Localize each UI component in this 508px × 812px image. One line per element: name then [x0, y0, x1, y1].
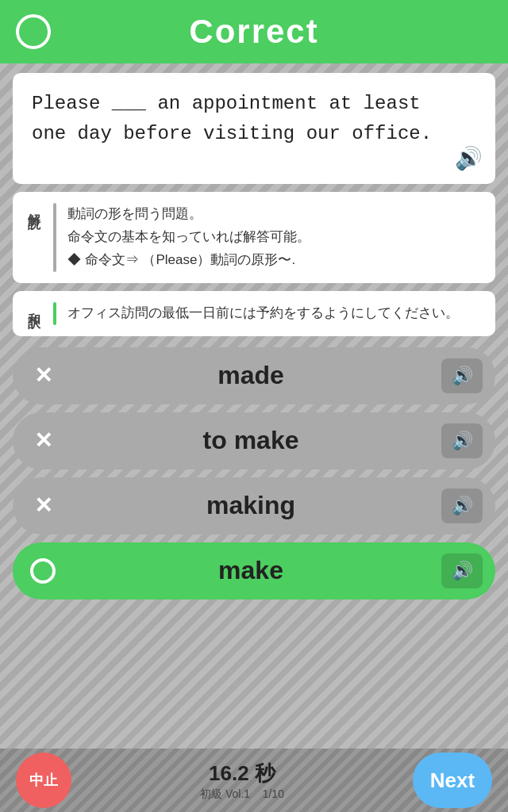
answers-list: ✕ made 🔊 ✕ to make 🔊 ✕: [13, 347, 495, 599]
wrong-icon-1: ✕: [25, 423, 60, 458]
explanation-card: 解説 動詞の形を問う問題。 命令文の基本を知っていれば解答可能。 ◆ 命令文⇒ …: [13, 192, 495, 283]
translation-label: 和訳: [25, 302, 42, 325]
footer: 中止 16.2 秒 初級 Vol.1 1/10 Next: [0, 749, 508, 812]
timer-unit: 秒: [255, 761, 275, 785]
level-label: 初級 Vol.1: [200, 787, 250, 800]
explanation-label: 解説: [25, 203, 42, 272]
wrong-icon-0: ✕: [25, 358, 60, 393]
explanation-bar: [53, 203, 56, 272]
answer-speaker-2[interactable]: 🔊: [441, 488, 483, 523]
page-title: Correct: [51, 13, 457, 51]
answer-button-3[interactable]: make 🔊: [13, 542, 495, 599]
progress-label: 1/10: [263, 787, 284, 800]
answer-button-0[interactable]: ✕ made 🔊: [13, 347, 495, 404]
answer-label-1: to make: [60, 426, 441, 455]
answer-button-1[interactable]: ✕ to make 🔊: [13, 412, 495, 469]
translation-card: 和訳 オフィス訪問の最低一日前には予約をするようにしてください。: [13, 291, 495, 336]
header: Correct: [0, 0, 508, 63]
next-button[interactable]: Next: [413, 753, 492, 808]
answer-label-0: made: [60, 361, 441, 390]
timer-value: 16.2: [209, 761, 249, 785]
question-speaker-icon[interactable]: 🔊: [455, 145, 483, 171]
stop-button[interactable]: 中止: [16, 753, 71, 808]
question-text: Please ___ an appointment at least one d…: [32, 89, 476, 150]
explanation-text: 動詞の形を問う問題。 命令文の基本を知っていれば解答可能。 ◆ 命令文⇒ （Pl…: [67, 203, 310, 272]
answer-button-2[interactable]: ✕ making 🔊: [13, 477, 495, 534]
answer-speaker-3[interactable]: 🔊: [441, 553, 483, 588]
footer-center: 16.2 秒 初級 Vol.1 1/10: [71, 760, 413, 802]
wrong-icon-2: ✕: [25, 488, 60, 523]
answer-speaker-0[interactable]: 🔊: [441, 358, 483, 393]
level-progress: 初級 Vol.1 1/10: [71, 787, 413, 802]
answer-label-3: make: [60, 556, 441, 585]
main-content: Please ___ an appointment at least one d…: [0, 63, 508, 749]
correct-icon-3: [25, 553, 60, 588]
answer-label-2: making: [60, 491, 441, 520]
translation-bar: [53, 302, 56, 325]
answer-speaker-1[interactable]: 🔊: [441, 423, 483, 458]
translation-text: オフィス訪問の最低一日前には予約をするようにしてください。: [67, 302, 459, 325]
timer-display: 16.2 秒: [71, 760, 413, 787]
question-card: Please ___ an appointment at least one d…: [13, 73, 495, 184]
correct-icon: [16, 14, 51, 49]
